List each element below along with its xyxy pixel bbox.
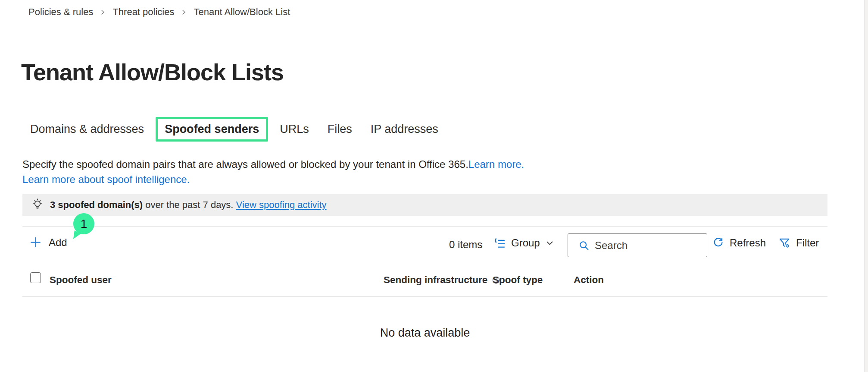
toolbar-divider	[22, 226, 827, 227]
filter-icon	[778, 237, 790, 249]
view-spoofing-activity-link[interactable]: View spoofing activity	[236, 199, 327, 210]
description-text: Specify the spoofed domain pairs that ar…	[22, 158, 468, 170]
lightbulb-icon	[31, 199, 44, 211]
search-icon	[578, 240, 590, 251]
search-input[interactable]	[595, 240, 685, 252]
group-list-icon	[494, 237, 506, 249]
spoof-activity-banner: 3 spoofed domain(s) over the past 7 days…	[22, 194, 827, 216]
column-header-spoofed-user[interactable]: Spoofed user	[50, 274, 112, 286]
tab-ip-addresses[interactable]: IP addresses	[371, 123, 438, 136]
annotation-step-badge: 1	[73, 213, 94, 234]
filter-button-label: Filter	[796, 237, 819, 249]
chevron-right-icon	[100, 9, 106, 16]
spoof-intelligence-link[interactable]: Learn more about spoof intelligence.	[22, 173, 190, 185]
breadcrumb-policies-rules[interactable]: Policies & rules	[28, 6, 93, 18]
breadcrumb-threat-policies[interactable]: Threat policies	[112, 6, 174, 18]
page-description: Specify the spoofed domain pairs that ar…	[22, 157, 524, 187]
vertical-scrollbar[interactable]	[864, 0, 868, 372]
banner-count-text: 3 spoofed domain(s)	[50, 199, 143, 210]
refresh-button-label: Refresh	[730, 237, 766, 249]
search-box[interactable]	[568, 233, 707, 257]
plus-icon	[29, 236, 42, 249]
empty-state-message: No data available	[22, 326, 827, 340]
chevron-right-icon	[181, 9, 187, 16]
select-all-checkbox[interactable]	[30, 272, 41, 283]
table-header-divider	[22, 296, 827, 297]
tab-urls[interactable]: URLs	[280, 123, 309, 136]
column-header-action[interactable]: Action	[574, 274, 604, 286]
add-button-label: Add	[49, 236, 67, 249]
group-button-label: Group	[511, 237, 540, 249]
refresh-button[interactable]: Refresh	[712, 237, 766, 249]
banner-text: over the past 7 days.	[145, 199, 233, 210]
filter-button[interactable]: Filter	[778, 237, 819, 249]
refresh-icon	[712, 237, 724, 249]
column-header-spoof-type[interactable]: Spoof type	[493, 274, 543, 286]
breadcrumb-current-page: Tenant Allow/Block List	[194, 6, 290, 18]
chevron-down-icon	[546, 239, 554, 247]
column-header-sending-infrastructure[interactable]: Sending infrastructure	[384, 274, 501, 286]
tab-list: Domains & addresses Spoofed senders URLs…	[30, 115, 438, 143]
tab-domains-addresses[interactable]: Domains & addresses	[30, 123, 144, 136]
items-count: 0 items	[449, 239, 482, 251]
learn-more-link[interactable]: Learn more.	[468, 158, 524, 170]
page-title: Tenant Allow/Block Lists	[21, 59, 284, 85]
tab-files[interactable]: Files	[328, 123, 352, 136]
add-button[interactable]: Add	[29, 236, 67, 249]
group-button[interactable]: Group	[494, 237, 554, 249]
tab-spoofed-senders[interactable]: Spoofed senders	[156, 117, 268, 142]
step-badge-number: 1	[81, 217, 87, 231]
breadcrumb: Policies & rules Threat policies Tenant …	[28, 6, 290, 18]
